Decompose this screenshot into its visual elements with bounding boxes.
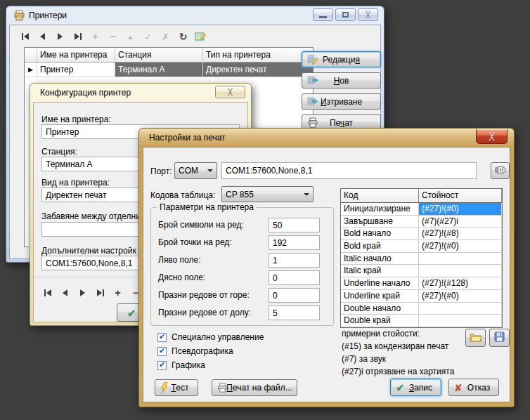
print-settings-titlebar[interactable]: Настройки за печат ╳: [139, 129, 514, 147]
folder-open-icon: [470, 332, 482, 344]
blank-lines-top-field[interactable]: 0: [269, 288, 320, 303]
table-row[interactable]: Bold начало(#27)!(#8): [341, 228, 502, 240]
code-cell[interactable]: Bold начало: [341, 228, 419, 240]
table-row[interactable]: Bold край(#27)!(#0): [341, 240, 502, 253]
test-button[interactable]: Тест: [155, 379, 198, 396]
code-cell[interactable]: Double начало: [341, 303, 419, 315]
value-cell[interactable]: (#7)(#27)i: [419, 216, 502, 228]
nav-next-icon[interactable]: [51, 29, 69, 44]
close-button[interactable]: ╳: [358, 8, 378, 21]
check-icon: ✔: [396, 382, 405, 393]
chars-per-line-label: Брой символи на ред:: [158, 220, 244, 230]
save-to-file-button[interactable]: [489, 329, 510, 347]
nav-insert-icon[interactable]: +: [109, 286, 127, 300]
dialog-close-button[interactable]: ╳: [476, 129, 508, 144]
nav-refresh-icon[interactable]: ↻: [174, 29, 192, 44]
table-row[interactable]: Underline край(#27)!(#0): [341, 290, 502, 303]
cell-printer-type[interactable]: Директен печат: [203, 63, 313, 77]
nav-first-icon[interactable]: [39, 286, 56, 300]
print-to-file-button[interactable]: Печат на файл...: [212, 379, 297, 396]
pseudographics-checkbox[interactable]: ✔ Псевдографика: [157, 346, 233, 357]
codes-table-header: Код Стойност: [341, 189, 502, 203]
close-icon: ╳: [366, 11, 370, 18]
right-margin-label: Дясно поле:: [158, 273, 205, 282]
special-control-checkbox[interactable]: ✔ Специално управление: [157, 332, 264, 343]
grid-header-name: Име на принтера: [37, 48, 115, 63]
cancel-button[interactable]: ✘ Отказ: [448, 379, 499, 396]
table-row[interactable]: Italic край: [341, 265, 502, 277]
code-cell[interactable]: Italic край: [341, 265, 419, 277]
save-button[interactable]: ✔ Запис: [390, 379, 441, 396]
printer-app-icon: [13, 10, 25, 23]
grid-edit-icon[interactable]: [192, 29, 209, 44]
value-cell[interactable]: [419, 265, 502, 277]
maximize-button[interactable]: [335, 8, 356, 21]
grid-header-marker: [25, 48, 37, 63]
lightning-icon: [160, 382, 168, 393]
table-row[interactable]: Underline начало(#27)!(#128): [341, 277, 502, 290]
print-settings-title: Настройки за печат: [149, 133, 226, 143]
codepage-combo[interactable]: CP 855: [221, 186, 314, 202]
codepage-label: Кодова таблица:: [150, 190, 215, 200]
new-record-button[interactable]: Нов: [302, 72, 381, 88]
checkbox-checked-icon: ✔: [157, 333, 167, 342]
nav-first-icon[interactable]: [16, 29, 34, 44]
codepage-combo-value: CP 855: [226, 190, 254, 199]
table-row[interactable]: Завършване(#7)(#27)i: [341, 216, 502, 228]
code-cell[interactable]: Underline край: [341, 290, 419, 303]
port-combo[interactable]: COM: [174, 162, 217, 179]
table-row[interactable]: ▶ Принтер Терминал А Директен печат: [25, 63, 313, 77]
value-cell-selected[interactable]: (#27)!(#0): [419, 203, 502, 216]
value-cell[interactable]: [419, 253, 502, 265]
port-string-field[interactable]: COM1:57600,None,8,1: [221, 162, 477, 179]
nav-edit-icon: ▲: [122, 29, 139, 44]
value-cell[interactable]: (#27)!(#0): [419, 240, 502, 253]
value-cell[interactable]: [419, 303, 502, 315]
nav-last-icon[interactable]: [91, 286, 109, 300]
row-marker-icon: ▶: [25, 63, 37, 77]
config-close-button[interactable]: ╳: [215, 86, 245, 98]
nav-next-icon[interactable]: [74, 286, 91, 300]
code-cell[interactable]: Double край: [341, 315, 419, 327]
left-margin-field[interactable]: 1: [269, 253, 320, 268]
config-window-title: Конфигурация принтер: [40, 88, 131, 98]
special-control-label: Специално управление: [172, 332, 264, 342]
value-cell[interactable]: (#27)!(#128): [419, 277, 502, 290]
value-cell[interactable]: [419, 315, 502, 327]
code-cell[interactable]: Bold край: [341, 240, 419, 253]
port-setup-button[interactable]: [491, 162, 510, 179]
load-from-file-button[interactable]: [465, 329, 486, 347]
code-cell[interactable]: Italic начало: [341, 253, 419, 265]
print-to-file-label: Печат на файл...: [226, 383, 292, 393]
value-cell[interactable]: (#27)!(#0): [419, 290, 502, 303]
save-button-label: Запис: [409, 383, 432, 393]
blank-lines-bottom-field[interactable]: 5: [269, 306, 320, 320]
delete-record-button[interactable]: Изтриване: [302, 93, 381, 110]
right-margin-field[interactable]: 0: [269, 270, 320, 285]
nav-prior-icon[interactable]: [34, 29, 51, 44]
table-row[interactable]: Double край: [341, 315, 502, 327]
codes-table[interactable]: Код Стойност Инициализиране(#27)!(#0) За…: [340, 188, 503, 328]
dots-per-line-field[interactable]: 192: [269, 235, 320, 250]
code-cell[interactable]: Инициализиране: [341, 203, 419, 216]
nav-delete-icon: −: [104, 29, 122, 44]
cell-station[interactable]: Терминал А: [115, 63, 203, 77]
cell-printer-name[interactable]: Принтер: [37, 63, 115, 77]
nav-prior-icon[interactable]: [56, 286, 74, 300]
code-cell[interactable]: Завършване: [341, 216, 419, 228]
edit-record-button[interactable]: Редакция: [302, 51, 381, 67]
code-cell[interactable]: Underline начало: [341, 277, 419, 290]
nav-last-icon[interactable]: [69, 29, 86, 44]
printers-window-titlebar[interactable]: Принтери ╳: [6, 6, 384, 25]
graphics-checkbox[interactable]: ✔ Графика: [157, 360, 205, 371]
config-window-titlebar[interactable]: Конфигурация принтер ╳: [30, 84, 251, 102]
table-row[interactable]: Italic начало: [341, 253, 502, 265]
value-cell[interactable]: (#27)!(#8): [419, 228, 502, 240]
table-row[interactable]: Инициализиране(#27)!(#0): [341, 203, 502, 216]
delete-button-label: Изтриване: [321, 97, 362, 107]
check-icon: ✔: [127, 308, 136, 318]
table-row[interactable]: Double начало: [341, 303, 502, 315]
minimize-button[interactable]: [313, 8, 333, 21]
print-button-label: Печат: [330, 118, 353, 128]
chars-per-line-field[interactable]: 50: [269, 218, 320, 232]
